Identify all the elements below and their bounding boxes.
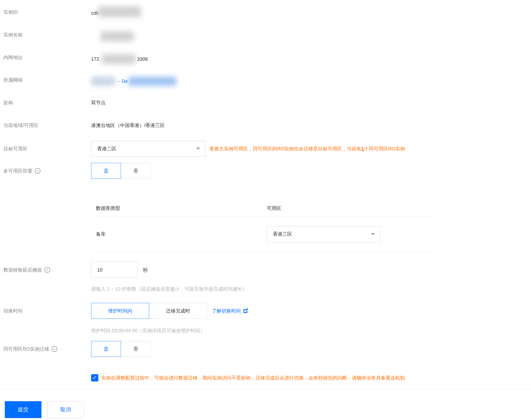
- warning-text-after: 个同可用区RO实例: [364, 146, 405, 151]
- target-zone-label: 目标可用区: [0, 146, 91, 152]
- delay-threshold-hint: 请输入 1 ~ 10 的整数（延迟阈值设置越小，可能导致升级完成时间越长）: [91, 285, 531, 292]
- switch-on-complete-button[interactable]: 迁移完成时: [149, 303, 207, 319]
- current-region-value: 港澳台地区（中国香港）/香港三区: [91, 122, 165, 129]
- instance-name-label: 实例名称: [0, 31, 91, 38]
- column-header-zone: 可用区: [267, 205, 435, 211]
- network-link[interactable]: De: [122, 78, 128, 85]
- row-network: 所属网络 - De: [0, 77, 531, 83]
- row-current-region: 当前地域/可用区 港澳台地区（中国香港）/香港三区: [0, 122, 531, 129]
- footer-actions: 提交 取消: [5, 401, 531, 418]
- redacted-blob: [100, 31, 134, 42]
- network-label: 所属网络: [0, 77, 91, 83]
- cancel-button[interactable]: 取消: [47, 401, 84, 418]
- target-zone-selected: 香港二区: [97, 146, 116, 152]
- row-migration-notice: ✓ 实例在调整配置过程中，可能会进行数据迁移，期间实例访问不受影响；迁移完成后会…: [91, 373, 531, 383]
- row-private-address: 内网地址 172. 3306: [0, 54, 531, 61]
- architecture-label: 架构: [0, 99, 91, 106]
- submit-button[interactable]: 提交: [5, 401, 42, 418]
- switch-maintenance-button[interactable]: 维护时间内: [91, 303, 149, 319]
- warning-count: 1: [361, 146, 364, 151]
- row-target-zone: 目标可用区 香港二区 更换主实例可用区，同可用区的RO实例也会迁移至目标可用区，…: [0, 141, 531, 157]
- ro-migration-no-button[interactable]: 否: [121, 341, 151, 357]
- chevron-down-icon: [371, 233, 375, 235]
- redacted-blob: [102, 54, 136, 64]
- private-address-port: 3306: [137, 56, 148, 62]
- table-row: 备库 香港三区: [91, 217, 435, 252]
- maintenance-window-hint: 维护时间 03:00-04:00（实例详情页可修改维护时间）: [91, 327, 531, 334]
- footer-divider: [0, 390, 531, 390]
- row-architecture: 架构 双节点: [0, 99, 531, 106]
- info-icon[interactable]: i: [52, 346, 57, 352]
- switch-time-label: 切换时间: [0, 308, 91, 314]
- delay-threshold-unit: 秒: [143, 267, 148, 273]
- ro-migration-yes-button[interactable]: 是: [91, 341, 121, 357]
- notice-checkbox[interactable]: ✓: [91, 374, 98, 381]
- migration-notice-text: 实例在调整配置过程中，可能会进行数据迁移，期间实例访问不受影响；迁移完成后会进行…: [101, 375, 405, 381]
- switch-time-toggle: 维护时间内 迁移完成时: [91, 303, 207, 319]
- zone-migration-form: 实例ID cdb 实例名称 内网地址 172. 3306 所属网络 - De: [0, 0, 531, 418]
- multi-zone-no-button[interactable]: 否: [121, 163, 151, 179]
- ro-migration-toggle: 是 否: [91, 341, 151, 357]
- db-type-cell: 备库: [91, 231, 267, 237]
- architecture-value: 双节点: [91, 99, 106, 106]
- row-multi-zone: 多可用区部署 i 是 否: [0, 163, 531, 179]
- row-instance-id: 实例ID cdb: [0, 9, 531, 15]
- target-zone-warning: 更换主实例可用区，同可用区的RO实例也会迁移至目标可用区，当前有1个同可用区RO…: [210, 146, 405, 152]
- chevron-down-icon: [196, 148, 200, 150]
- zone-table: 数据库类型 可用区 备库 香港三区: [91, 200, 435, 252]
- row-delay-threshold: 数据校验延迟阈值 i 秒: [0, 262, 531, 278]
- standby-zone-select[interactable]: 香港三区: [267, 226, 380, 242]
- multi-zone-label: 多可用区部署: [3, 168, 32, 174]
- redacted-blob: [91, 77, 115, 86]
- redacted-blob: [128, 77, 176, 86]
- multi-zone-toggle: 是 否: [91, 163, 151, 179]
- standby-zone-selected: 香港三区: [273, 231, 292, 237]
- info-icon[interactable]: i: [44, 267, 50, 273]
- target-zone-select[interactable]: 香港二区: [91, 141, 206, 157]
- private-address-prefix: 172.: [91, 56, 101, 62]
- network-separator: -: [118, 78, 119, 85]
- zone-table-header: 数据库类型 可用区: [91, 200, 435, 217]
- external-link-icon: [243, 308, 248, 314]
- current-region-label: 当前地域/可用区: [0, 122, 91, 129]
- private-address-label: 内网地址: [0, 54, 91, 61]
- switch-time-doc-link-label: 了解切换时间: [212, 308, 241, 314]
- switch-time-doc-link[interactable]: 了解切换时间: [212, 308, 248, 314]
- row-switch-time: 切换时间 维护时间内 迁移完成时 了解切换时间: [0, 303, 531, 319]
- warning-text-before: 更换主实例可用区，同可用区的RO实例也会迁移至目标可用区，当前有: [210, 146, 361, 151]
- multi-zone-yes-button[interactable]: 是: [91, 163, 121, 179]
- row-ro-migration: 同可用区RO实例迁移 i 是 否: [0, 341, 531, 357]
- ro-migration-label: 同可用区RO实例迁移: [3, 346, 49, 352]
- instance-id-label: 实例ID: [0, 9, 91, 15]
- redacted-blob: [98, 6, 141, 17]
- info-icon[interactable]: i: [35, 168, 41, 174]
- delay-threshold-input[interactable]: [91, 262, 138, 278]
- row-instance-name: 实例名称: [0, 31, 531, 38]
- column-header-db-type: 数据库类型: [91, 205, 267, 211]
- delay-threshold-label: 数据校验延迟阈值: [3, 267, 42, 273]
